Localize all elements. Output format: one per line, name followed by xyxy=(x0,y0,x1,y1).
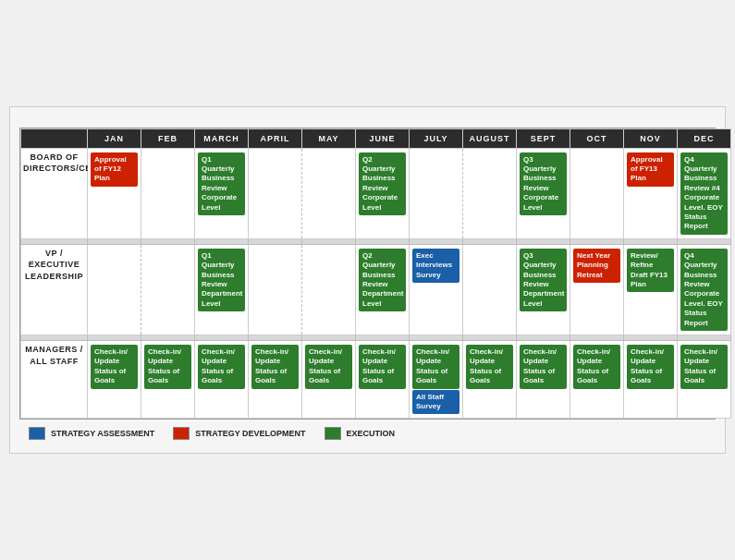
row-label-2: MANAGERS / ALL STAFF xyxy=(21,340,88,418)
month-header-jan: JAN xyxy=(88,128,141,148)
event-card-2-may-0: Check-in/ Update Status of Goals xyxy=(305,345,352,389)
cell-2-august: Check-in/ Update Status of Goals xyxy=(463,340,517,418)
month-header-june: JUNE xyxy=(356,128,410,148)
cell-1-nov: Review/ Refine Draft FY13 Plan xyxy=(624,244,678,335)
month-header-april: APRIL xyxy=(249,128,302,148)
header-row: JANFEBMARCHAPRILMAYJUNEJULYAUGUSTSEPTOCT… xyxy=(21,128,731,148)
month-header-nov: NOV xyxy=(624,128,678,148)
event-card-2-july-0: Check-in/ Update Status of Goals xyxy=(412,345,459,389)
cell-2-june: Check-in/ Update Status of Goals xyxy=(356,340,410,418)
month-header-sept: SEPT xyxy=(517,128,570,148)
cell-1-may xyxy=(302,244,356,335)
event-card-0-jan-0: Approval of FY12 Plan xyxy=(91,152,138,187)
cell-1-oct: Next Year Planning Retreat xyxy=(570,244,624,335)
month-header-feb: FEB xyxy=(141,128,195,148)
cell-1-june: Q2 Quarterly Business Review Department … xyxy=(356,244,410,335)
event-card-1-july-0: Exec Interviews Survey xyxy=(412,249,459,283)
event-card-2-august-0: Check-in/ Update Status of Goals xyxy=(466,345,513,389)
cell-0-nov: Approval of FY13 Plan xyxy=(624,148,678,238)
cell-0-dec: Q4 Quarterly Business Review #4 Corporat… xyxy=(678,148,731,238)
event-card-2-june-0: Check-in/ Update Status of Goals xyxy=(359,345,406,389)
event-card-2-dec-0: Check-in/ Update Status of Goals xyxy=(680,345,728,389)
row-label-0: BOARD OF DIRECTORS/CEO xyxy=(21,148,88,238)
cell-1-august xyxy=(463,244,517,335)
legend-item-green: EXECUTION xyxy=(325,427,396,440)
cell-2-july: Check-in/ Update Status of GoalsAll Staf… xyxy=(410,340,463,418)
cell-2-march: Check-in/ Update Status of Goals xyxy=(195,340,249,418)
event-card-1-june-0: Q2 Quarterly Business Review Department … xyxy=(359,249,406,311)
legend-item-red: STRATEGY DEVELOPMENT xyxy=(173,427,305,440)
month-header-oct: OCT xyxy=(570,128,624,148)
cell-2-may: Check-in/ Update Status of Goals xyxy=(302,340,356,418)
calendar-row-2: MANAGERS / ALL STAFFCheck-in/ Update Sta… xyxy=(21,340,731,418)
month-header-july: JULY xyxy=(410,128,463,148)
event-card-0-sept-0: Q3 Quarterly Business Review Corporate L… xyxy=(520,152,567,215)
cell-2-april: Check-in/ Update Status of Goals xyxy=(249,340,302,418)
event-card-2-july-1: All Staff Survey xyxy=(412,390,459,415)
cell-1-sept: Q3 Quarterly Business Review Department … xyxy=(517,244,570,335)
event-card-2-sept-0: Check-in/ Update Status of Goals xyxy=(520,345,567,389)
legend-label-blue: STRATEGY ASSESSMENT xyxy=(51,429,154,438)
cell-0-may xyxy=(302,148,356,238)
legend-box-red xyxy=(173,427,190,440)
event-card-0-dec-0: Q4 Quarterly Business Review #4 Corporat… xyxy=(680,152,728,235)
event-card-2-jan-0: Check-in/ Update Status of Goals xyxy=(91,345,138,389)
cell-1-jan xyxy=(88,244,141,335)
corner-cell xyxy=(21,128,88,148)
cell-0-feb xyxy=(141,148,195,238)
month-header-march: MARCH xyxy=(195,128,249,148)
cell-0-oct xyxy=(570,148,624,238)
legend-box-green xyxy=(325,427,341,440)
cell-0-march: Q1 Quarterly Business Review Corporate L… xyxy=(195,148,249,238)
event-card-0-nov-0: Approval of FY13 Plan xyxy=(627,152,674,187)
event-card-0-march-0: Q1 Quarterly Business Review Corporate L… xyxy=(198,152,245,215)
event-card-1-dec-0: Q4 Quarterly Business Review Corporate L… xyxy=(680,249,728,331)
event-card-0-june-0: Q2 Quarterly Business Review Corporate L… xyxy=(359,152,406,215)
legend-item-blue: STRATEGY ASSESSMENT xyxy=(29,427,154,440)
cell-0-april xyxy=(249,148,302,238)
month-header-may: MAY xyxy=(302,128,356,148)
cell-1-march: Q1 Quarterly Business Review Department … xyxy=(195,244,249,335)
event-card-1-nov-0: Review/ Refine Draft FY13 Plan xyxy=(627,249,674,293)
calendar-row-1: VP / EXECUTIVE LEADERSHIPQ1 Quarterly Bu… xyxy=(21,244,731,335)
cell-0-sept: Q3 Quarterly Business Review Corporate L… xyxy=(517,148,570,238)
calendar-row-0: BOARD OF DIRECTORS/CEOApproval of FY12 P… xyxy=(21,148,731,238)
event-card-2-april-0: Check-in/ Update Status of Goals xyxy=(251,345,299,389)
cell-0-june: Q2 Quarterly Business Review Corporate L… xyxy=(356,148,410,238)
cell-2-nov: Check-in/ Update Status of Goals xyxy=(624,340,678,418)
calendar-wrapper: JANFEBMARCHAPRILMAYJUNEJULYAUGUSTSEPTOCT… xyxy=(19,128,716,420)
cell-1-april xyxy=(249,244,302,335)
event-card-1-march-0: Q1 Quarterly Business Review Department … xyxy=(198,249,245,311)
cell-2-dec: Check-in/ Update Status of Goals xyxy=(678,340,731,418)
cell-1-dec: Q4 Quarterly Business Review Corporate L… xyxy=(678,244,731,335)
event-card-1-oct-0: Next Year Planning Retreat xyxy=(573,249,620,283)
event-card-2-feb-0: Check-in/ Update Status of Goals xyxy=(144,345,191,389)
month-header-dec: DEC xyxy=(678,128,731,148)
calendar-table: JANFEBMARCHAPRILMAYJUNEJULYAUGUSTSEPTOCT… xyxy=(20,128,731,420)
cell-0-jan: Approval of FY12 Plan xyxy=(88,148,141,238)
event-card-2-oct-0: Check-in/ Update Status of Goals xyxy=(573,345,620,389)
cell-1-feb xyxy=(141,244,195,335)
month-header-august: AUGUST xyxy=(463,128,517,148)
legend-label-green: EXECUTION xyxy=(347,429,396,438)
legend-box-blue xyxy=(29,427,45,440)
row-label-1: VP / EXECUTIVE LEADERSHIP xyxy=(21,244,88,335)
legend-label-red: STRATEGY DEVELOPMENT xyxy=(195,429,305,438)
cell-0-july xyxy=(410,148,463,238)
cell-2-jan: Check-in/ Update Status of Goals xyxy=(88,340,141,418)
cell-2-sept: Check-in/ Update Status of Goals xyxy=(517,340,570,418)
cell-2-oct: Check-in/ Update Status of Goals xyxy=(570,340,624,418)
cell-1-july: Exec Interviews Survey xyxy=(410,244,463,335)
cell-0-august xyxy=(463,148,517,238)
cell-2-feb: Check-in/ Update Status of Goals xyxy=(141,340,195,418)
legend: STRATEGY ASSESSMENTSTRATEGY DEVELOPMENTE… xyxy=(19,420,716,444)
planning-calendar-container: JANFEBMARCHAPRILMAYJUNEJULYAUGUSTSEPTOCT… xyxy=(9,106,726,455)
event-card-1-sept-0: Q3 Quarterly Business Review Department … xyxy=(520,249,567,311)
event-card-2-nov-0: Check-in/ Update Status of Goals xyxy=(627,345,674,389)
event-card-2-march-0: Check-in/ Update Status of Goals xyxy=(198,345,245,389)
